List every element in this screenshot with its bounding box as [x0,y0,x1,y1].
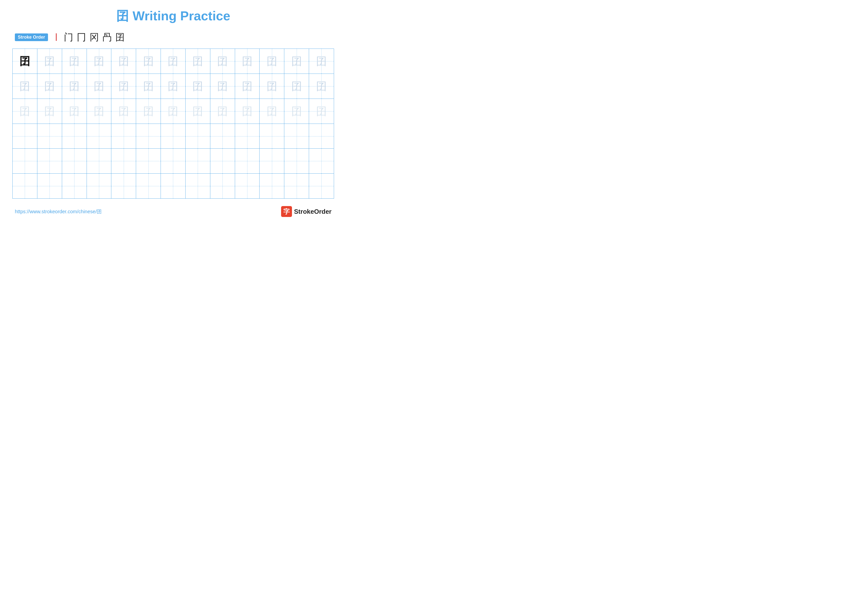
grid-cell[interactable]: 囝 [235,49,260,73]
grid-cell[interactable]: 囝 [260,99,284,124]
char-lighter: 囝 [267,106,277,117]
grid-cell[interactable] [284,174,309,198]
grid-cell[interactable]: 囝 [161,99,186,124]
grid-cell[interactable] [210,149,235,173]
footer-url[interactable]: https://www.strokeorder.com/chinese/囝 [15,208,102,215]
grid-cell[interactable]: 囝 [284,49,309,73]
grid-cell[interactable]: 囝 [37,49,62,73]
grid-cell[interactable]: 囝 [210,99,235,124]
grid-cell[interactable] [62,174,87,198]
char-lighter: 囝 [192,106,203,117]
grid-cell[interactable]: 囝 [136,49,161,73]
logo-char: 字 [283,207,290,216]
grid-cell[interactable]: 囝 [284,99,309,124]
grid-cell[interactable]: 囝 [37,74,62,99]
grid-cell[interactable]: 囝 [186,49,210,73]
grid-row-2: 囝 囝 囝 囝 囝 囝 囝 囝 囝 囝 囝 囝 囝 [12,74,334,99]
practice-grid: 囝 囝 囝 囝 囝 囝 囝 囝 囝 囝 囝 囝 囝 囝 囝 囝 囝 囝 囝 囝 … [12,48,334,199]
grid-cell[interactable]: 囝 [161,49,186,73]
grid-cell[interactable]: 囝 [62,99,87,124]
grid-cell[interactable] [284,149,309,173]
grid-cell[interactable] [309,149,334,173]
char-light: 囝 [217,81,228,92]
grid-cell[interactable] [161,124,186,149]
stroke-order-badge: Stroke Order [15,33,48,41]
grid-cell[interactable]: 囝 [210,74,235,99]
char-light: 囝 [192,81,203,92]
grid-cell[interactable] [37,174,62,198]
grid-cell[interactable]: 囝 [62,49,87,73]
char-lighter: 囝 [19,106,30,117]
grid-cell[interactable]: 囝 [136,74,161,99]
grid-cell[interactable] [12,124,37,149]
grid-row-1: 囝 囝 囝 囝 囝 囝 囝 囝 囝 囝 囝 囝 囝 [12,49,334,74]
title-char: 囝 [116,9,129,23]
char-light: 囝 [44,56,55,67]
grid-cell[interactable] [260,149,284,173]
grid-cell[interactable]: 囝 [87,49,112,73]
char-light: 囝 [69,56,80,67]
grid-cell[interactable]: 囝 [235,74,260,99]
grid-cell[interactable] [112,149,136,173]
grid-cell[interactable]: 囝 [186,74,210,99]
char-light: 囝 [167,56,178,67]
title-section: 囝 Writing Practice [12,8,334,25]
grid-cell[interactable] [309,124,334,149]
grid-cell[interactable] [136,124,161,149]
grid-cell[interactable]: 囝 [112,99,136,124]
grid-cell[interactable] [37,124,62,149]
grid-cell[interactable] [62,149,87,173]
grid-cell[interactable]: 囝 [260,74,284,99]
grid-cell[interactable]: 囝 [37,99,62,124]
grid-cell[interactable] [12,149,37,173]
grid-cell[interactable]: 囝 [62,74,87,99]
grid-cell[interactable]: 囝 [309,49,334,73]
grid-cell[interactable]: 囝 [12,99,37,124]
grid-cell[interactable] [12,174,37,198]
grid-cell[interactable]: 囝 [112,49,136,73]
grid-cell[interactable] [87,174,112,198]
char-light: 囝 [19,81,30,92]
grid-cell[interactable] [136,174,161,198]
grid-cell[interactable] [235,149,260,173]
grid-cell[interactable] [161,174,186,198]
grid-cell[interactable] [186,174,210,198]
grid-cell[interactable]: 囝 [210,49,235,73]
grid-cell[interactable] [309,174,334,198]
grid-cell[interactable]: 囝 [87,99,112,124]
grid-cell[interactable]: 囝 [12,49,37,73]
char-lighter: 囝 [143,106,154,117]
grid-cell[interactable] [186,124,210,149]
grid-cell[interactable] [161,149,186,173]
grid-cell[interactable] [235,124,260,149]
grid-cell[interactable] [260,174,284,198]
grid-cell[interactable] [284,124,309,149]
grid-cell[interactable]: 囝 [309,99,334,124]
grid-cell[interactable]: 囝 [136,99,161,124]
grid-cell[interactable]: 囝 [235,99,260,124]
char-light: 囝 [93,56,104,67]
grid-cell[interactable]: 囝 [284,74,309,99]
grid-cell[interactable] [260,124,284,149]
char-lighter: 囝 [44,106,55,117]
grid-cell[interactable] [210,174,235,198]
grid-cell[interactable] [136,149,161,173]
grid-cell[interactable] [235,174,260,198]
grid-cell[interactable] [112,124,136,149]
grid-cell[interactable]: 囝 [186,99,210,124]
grid-cell[interactable] [37,149,62,173]
grid-cell[interactable]: 囝 [309,74,334,99]
grid-cell[interactable]: 囝 [112,74,136,99]
grid-cell[interactable] [87,124,112,149]
grid-cell[interactable]: 囝 [87,74,112,99]
grid-cell[interactable] [112,174,136,198]
grid-cell[interactable] [186,149,210,173]
logo-text: StrokeOrder [294,208,332,216]
grid-cell[interactable] [210,124,235,149]
grid-cell[interactable]: 囝 [161,74,186,99]
grid-cell[interactable] [87,149,112,173]
grid-cell[interactable]: 囝 [260,49,284,73]
char-light: 囝 [44,81,55,92]
grid-cell[interactable]: 囝 [12,74,37,99]
grid-cell[interactable] [62,124,87,149]
